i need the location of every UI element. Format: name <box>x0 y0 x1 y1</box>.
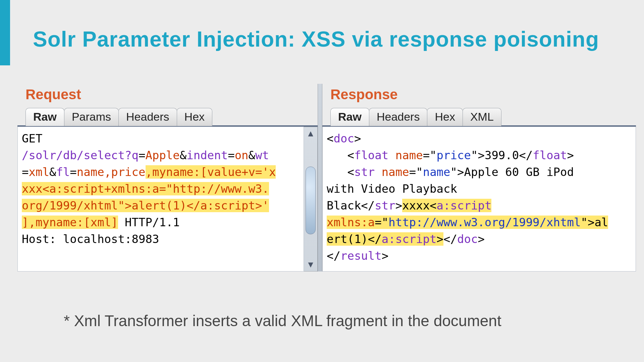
p-wt: wt <box>255 148 269 162</box>
attr-val: name <box>423 165 450 179</box>
q-val: Apple <box>145 148 179 162</box>
tab-params[interactable]: Params <box>64 108 119 126</box>
t: & <box>180 148 186 162</box>
tab-raw[interactable]: Raw <box>25 108 64 126</box>
http-version: HTTP/1.1 <box>125 216 180 229</box>
t: " <box>581 216 587 229</box>
result-close: result <box>340 249 382 262</box>
injection-line3: org/1999/xhtml">alert(1)</a:script>' <box>22 199 269 212</box>
response-panel: Response Raw Headers Hex XML <doc> <floa… <box>322 84 636 272</box>
t: & <box>249 148 255 162</box>
tab-hex[interactable]: Hex <box>177 108 212 126</box>
t: = <box>228 148 234 162</box>
request-content-row: GET /solr/db/select?q=Apple&indent=on&wt… <box>17 127 318 272</box>
name-value-2: with Video Playback <box>327 182 457 195</box>
str-tag: str <box>354 165 375 179</box>
attr-name: name <box>382 165 409 179</box>
t <box>388 148 395 162</box>
req-path: /solr/db/select?q <box>22 148 139 162</box>
t: < <box>347 148 354 162</box>
host-header: Host: localhost:8983 <box>22 232 159 246</box>
injection-line2: xxx<a:script+xmlns:a="http://www.w3. <box>22 182 269 195</box>
t: < <box>430 199 436 212</box>
t: " <box>471 148 478 162</box>
t: < <box>347 165 354 179</box>
script-close: a:script <box>382 232 437 246</box>
resp-injection-2: xmlns:a="http://www.w3.org/1999/xhtml">a… <box>327 216 608 229</box>
resp-injection-1: xxxx<a:script <box>402 199 491 212</box>
injection-line4: ],myname:[xml] <box>22 216 118 229</box>
t: =" <box>375 216 388 229</box>
attr-name: name <box>395 148 423 162</box>
t: > <box>588 216 594 229</box>
t: xxxx <box>402 199 430 212</box>
t: > <box>395 199 402 212</box>
xmlns-url: http://www.w3.org/1999/xhtml <box>388 216 581 229</box>
t: > <box>437 232 443 246</box>
p-indent: indent <box>186 148 228 162</box>
slide: Solr Parameter Injection: XSS via respon… <box>0 0 644 362</box>
t: = <box>70 165 76 179</box>
price-value: 399.0 <box>485 148 519 162</box>
indent-val: on <box>235 148 249 162</box>
t: > <box>457 165 464 179</box>
accent-bar <box>0 0 10 65</box>
scroll-down-icon[interactable]: ▼ <box>306 259 315 270</box>
response-label: Response <box>322 84 636 107</box>
request-panel: Request Raw Params Headers Hex GET /solr… <box>17 84 318 272</box>
injection-line1: ,myname:[value+v='x <box>146 165 276 179</box>
scroll-up-icon[interactable]: ▲ <box>306 128 315 139</box>
t: </ <box>361 199 375 212</box>
fl-val: name,price <box>77 165 146 179</box>
alert-2: ert(1) <box>327 232 368 246</box>
t <box>327 148 347 162</box>
t: </ <box>443 232 457 246</box>
t <box>375 165 381 179</box>
t: " <box>450 165 457 179</box>
float-tag: float <box>354 148 388 162</box>
response-tabs: Raw Headers Hex XML <box>322 107 636 127</box>
tab-xml[interactable]: XML <box>463 108 501 126</box>
doc-close: doc <box>457 232 478 246</box>
t: </ <box>368 232 382 246</box>
request-scrollbar[interactable]: ▲ ▼ <box>304 127 318 272</box>
t: > <box>478 148 484 162</box>
alert-1: al <box>594 216 608 229</box>
t <box>118 216 125 229</box>
response-body[interactable]: <doc> <float name="price">399.0</float> … <box>322 127 636 272</box>
t: </ <box>519 148 533 162</box>
name-value-3: Black <box>327 199 361 212</box>
t: > <box>382 249 388 262</box>
request-label: Request <box>17 84 318 107</box>
wt-val: xml <box>29 165 49 179</box>
panel-divider[interactable] <box>318 84 322 272</box>
footnote: * Xml Transformer inserts a valid XML fr… <box>64 312 501 330</box>
t: & <box>49 165 56 179</box>
t: > <box>354 132 361 145</box>
script-tag: a:script <box>437 199 492 212</box>
tab-hex[interactable]: Hex <box>427 108 463 126</box>
p-fl: fl <box>56 165 70 179</box>
request-body[interactable]: GET /solr/db/select?q=Apple&indent=on&wt… <box>17 127 304 272</box>
response-content-row: <doc> <float name="price">399.0</float> … <box>322 127 636 272</box>
slide-title: Solr Parameter Injection: XSS via respon… <box>33 27 599 52</box>
scroll-thumb[interactable] <box>306 167 316 234</box>
xmlns-attr: xmlns:a <box>327 216 375 229</box>
name-value-1: Apple 60 GB iPod <box>464 165 574 179</box>
tab-headers[interactable]: Headers <box>369 108 428 126</box>
resp-injection-3: ert(1)</a:script> <box>327 232 443 246</box>
tab-headers[interactable]: Headers <box>118 108 177 126</box>
t: > <box>478 232 484 246</box>
tab-raw[interactable]: Raw <box>330 108 369 126</box>
doc-tag: doc <box>333 132 354 145</box>
request-tabs: Raw Params Headers Hex <box>17 107 318 127</box>
float-close: float <box>533 148 567 162</box>
panels-row: Request Raw Params Headers Hex GET /solr… <box>17 84 636 272</box>
attr-val: price <box>437 148 471 162</box>
t: = <box>139 148 145 162</box>
t: = <box>22 165 29 179</box>
t: > <box>567 148 574 162</box>
t: </ <box>327 249 340 262</box>
t: =" <box>423 148 437 162</box>
req-method: GET <box>22 132 42 145</box>
